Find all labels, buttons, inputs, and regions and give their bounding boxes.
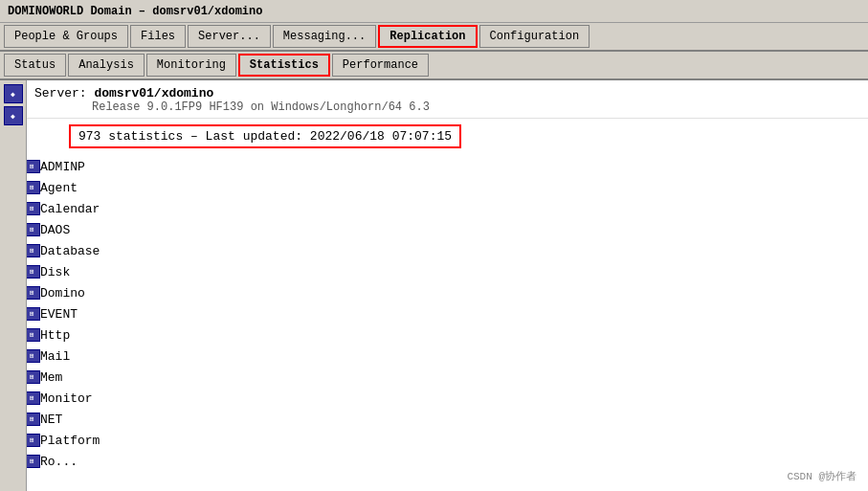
list-item-label: Calendar (40, 202, 100, 216)
tree-item[interactable]: ▶⊞Disk (0, 261, 868, 282)
menu-tab-replication[interactable]: Replication (378, 25, 477, 48)
menu-tab-server---[interactable]: Server... (188, 25, 271, 48)
tree-item[interactable]: ▶⊞Mem (0, 367, 868, 388)
sub-tab-analysis[interactable]: Analysis (68, 54, 145, 77)
sub-tab-monitoring[interactable]: Monitoring (146, 54, 236, 77)
tree-item[interactable]: ▶⊞EVENT (0, 303, 868, 324)
server-release: Release 9.0.1FP9 HF139 on Windows/Longho… (34, 100, 430, 114)
tree-item[interactable]: ▶⊞Domino (0, 282, 868, 303)
list-item-label: Domino (40, 286, 85, 301)
list-item-label: Agent (40, 181, 78, 195)
tree-item[interactable]: ▶⊞DAOS (0, 219, 868, 240)
menu-tab-messaging---[interactable]: Messaging... (273, 25, 376, 48)
list-item-label: Mem (40, 370, 62, 385)
menu-tab-configuration[interactable]: Configuration (479, 25, 590, 48)
list-item-label: DAOS (40, 223, 70, 237)
tree-item[interactable]: ▶⊞Ro... (0, 451, 868, 472)
side-icon-2: ◆ (4, 106, 23, 125)
list-item-label: Database (40, 244, 100, 258)
content-area: Server: domsrv01/xdominoRelease 9.0.1FP9… (0, 80, 868, 491)
tree-item[interactable]: ▶⊞ADMINP (0, 156, 868, 177)
list-item-label: NET (40, 413, 62, 427)
stats-bar: 973 statistics – Last updated: 2022/06/1… (69, 124, 461, 148)
tree-item[interactable]: ▶⊞Database (0, 240, 868, 261)
list-item-label: EVENT (40, 307, 78, 322)
list-item-label: Platform (40, 434, 100, 448)
side-icon-1: ◆ (4, 84, 23, 103)
tree-item[interactable]: ▶⊞NET (0, 409, 868, 430)
tree-item[interactable]: ▶⊞Monitor (0, 388, 868, 409)
sub-tab-performance[interactable]: Performance (332, 54, 429, 77)
tree-item[interactable]: ▶⊞Http (0, 324, 868, 346)
list-item-label: Disk (40, 265, 70, 279)
sub-tab-statistics[interactable]: Statistics (238, 54, 330, 77)
sub-tab-status[interactable]: Status (4, 54, 66, 77)
watermark: CSDN @协作者 (787, 469, 857, 483)
tree-item[interactable]: ▶⊞Mail (0, 346, 868, 367)
stats-text: 973 statistics – Last updated: 2022/06/1… (78, 129, 452, 144)
tree-container[interactable]: ▶⊞ADMINP▶⊞Agent▶⊞Calendar▶⊞DAOS▶⊞Databas… (0, 154, 868, 491)
tree-item[interactable]: ▶⊞Calendar (0, 198, 868, 219)
list-item-label: Monitor (40, 391, 93, 406)
tree-item[interactable]: ▶⊞Agent (0, 177, 868, 198)
menu-tab-files[interactable]: Files (130, 25, 186, 48)
tree-item[interactable]: ▶⊞Platform (0, 430, 868, 451)
list-item-label: Ro... (40, 455, 78, 469)
server-name: domsrv01/xdomino (94, 86, 213, 100)
list-item-label: Http (40, 328, 70, 343)
server-label: Server: (34, 86, 94, 100)
menu-tab-people---groups[interactable]: People & Groups (4, 25, 128, 48)
list-item-label: ADMINP (40, 160, 85, 174)
sub-tab-bar: StatusAnalysisMonitoringStatisticsPerfor… (0, 52, 868, 80)
server-info: Server: domsrv01/xdominoRelease 9.0.1FP9… (0, 80, 868, 119)
title-bar: DOMINOWORLD Domain – domsrv01/xdomino (0, 0, 868, 23)
server-line1: Server: domsrv01/xdomino (34, 86, 430, 100)
left-panel: ◆ ◆ (0, 80, 27, 491)
title-text: DOMINOWORLD Domain – domsrv01/xdomino (8, 5, 262, 18)
list-item-label: Mail (40, 349, 70, 364)
menu-bar: People & GroupsFilesServer...Messaging..… (0, 23, 868, 52)
